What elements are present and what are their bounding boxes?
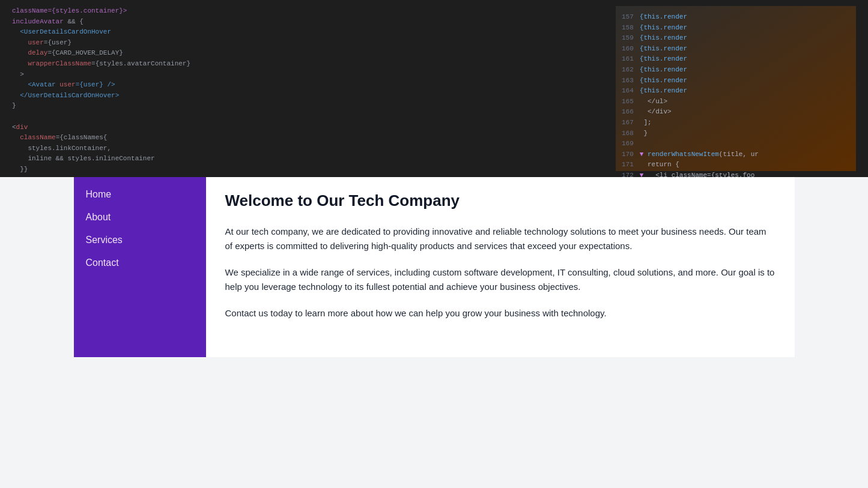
hero-code-background: className={styles.container}> includeAva…	[0, 0, 868, 177]
sidebar-link-home[interactable]: Home	[74, 183, 206, 206]
content-paragraph-1: At our tech company, we are dedicated to…	[225, 224, 775, 253]
sidebar-link-services[interactable]: Services	[74, 229, 206, 252]
content-paragraph-3: Contact us today to learn more about how…	[225, 306, 775, 321]
sidebar-nav: Home About Services Contact	[74, 183, 206, 274]
sidebar-item-contact: Contact	[74, 252, 206, 274]
main-content: Welcome to Our Tech Company At our tech …	[206, 177, 795, 357]
code-left: className={styles.container}> includeAva…	[12, 6, 616, 177]
sidebar-item-about: About	[74, 206, 206, 229]
sidebar-item-home: Home	[74, 183, 206, 206]
sidebar-item-services: Services	[74, 229, 206, 252]
sidebar-link-contact[interactable]: Contact	[74, 252, 206, 274]
sidebar-link-about[interactable]: About	[74, 206, 206, 229]
code-right: 157{this.render 158{this.render 159{this…	[616, 6, 856, 171]
sidebar: Home About Services Contact	[74, 177, 206, 357]
page-title: Welcome to Our Tech Company	[225, 191, 775, 210]
main-wrapper: Home About Services Contact Welcome to O…	[74, 177, 795, 357]
content-paragraph-2: We specialize in a wide range of service…	[225, 265, 775, 294]
hero-banner: className={styles.container}> includeAva…	[0, 0, 868, 177]
